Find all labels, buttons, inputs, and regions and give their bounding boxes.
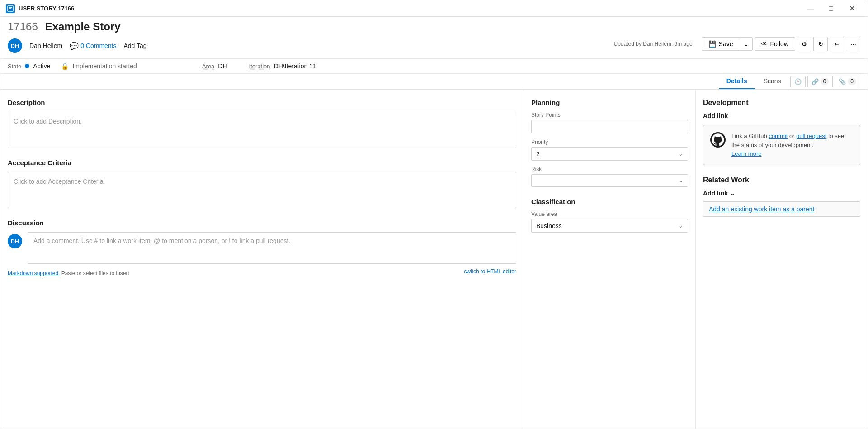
undo-icon: ↩ [835,41,840,48]
more-button[interactable]: ⋯ [846,37,860,51]
area-section: Area DH Iteration DH\Iteration 11 [202,62,316,70]
right-panel: Development Add link Link a GitHub commi… [696,90,868,429]
markdown-row: Markdown supported. Paste or select file… [8,267,516,276]
switch-editor-link[interactable]: switch to HTML editor [464,268,516,275]
value-area-field: Value area Business ⌄ [531,211,688,233]
area-field: Area DH [202,62,227,70]
priority-field: Priority 2 ⌄ [531,139,688,161]
related-work-section: Related Work Add link ⌄ Add an existing … [703,176,860,217]
story-points-label: Story Points [531,112,688,118]
story-points-input[interactable] [531,120,688,133]
attachments-count: 0 [848,78,856,85]
discussion-section: Discussion DH Markdown supported. Paste … [8,219,516,276]
story-points-field: Story Points [531,112,688,133]
history-button[interactable]: 🕑 [790,76,806,87]
github-or: or [788,133,796,139]
avatar: DH [8,38,22,53]
add-link-label: Add link [703,190,728,197]
planning-title: Planning [531,99,688,106]
github-commit-link[interactable]: commit [769,133,788,139]
state-bar: State Active 🔒 Implementation started Ar… [0,59,868,74]
maximize-button[interactable]: □ [821,0,841,17]
discussion-title: Discussion [8,219,516,227]
state-label: State [8,63,21,70]
window-controls: ― □ ✕ [800,0,862,17]
markdown-note-extra: Paste or select files to insert. [61,270,131,276]
work-item-header: 17166 Example Story DH Dan Hellem 💬 0 Co… [0,17,868,59]
description-section: Description Click to add Description. [8,99,516,148]
reason-value: Implementation started [72,62,137,70]
acceptance-criteria-title: Acceptance Criteria [8,159,516,167]
follow-button[interactable]: 👁 Follow [755,37,795,51]
header-meta: DH Dan Hellem 💬 0 Comments Add Tag Updat… [8,37,860,55]
risk-label: Risk [531,166,688,172]
priority-select[interactable]: 2 ⌄ [531,147,688,161]
main-content: Description Click to add Description. Ac… [0,90,868,429]
reason-field: 🔒 Implementation started [61,62,137,70]
comment-input-row: DH [8,232,516,264]
middle-panel: Planning Story Points Priority 2 ⌄ Risk [524,90,696,429]
acceptance-criteria-input[interactable]: Click to add Acceptance Criteria. [8,172,516,208]
work-item-title[interactable]: Example Story [45,20,121,33]
github-card: Link a GitHub commit or pull request to … [703,125,860,165]
comments-button[interactable]: 💬 0 Comments [70,42,116,50]
links-count: 0 [821,78,829,85]
priority-chevron-icon: ⌄ [679,151,683,157]
add-tag-button[interactable]: Add Tag [124,42,147,49]
history-icon: 🕑 [794,78,802,85]
settings-button[interactable]: ⚙ [797,37,811,51]
tab-details[interactable]: Details [719,74,755,89]
github-description: Link a GitHub commit or pull request to … [731,132,854,158]
attachment-icon: 📎 [839,78,846,85]
user-story-icon [6,4,15,13]
state-field: State Active [8,62,50,70]
development-section: Development Add link Link a GitHub commi… [703,99,860,165]
tab-actions: Details Scans 🕑 🔗 0 📎 0 [719,74,860,89]
description-title: Description [8,99,516,106]
eye-icon: 👁 [761,40,768,48]
risk-field: Risk ⌄ [531,166,688,187]
save-button-group: 💾 Save ⌄ [702,37,753,51]
tab-scans[interactable]: Scans [756,74,788,89]
author-name: Dan Hellem [29,42,62,49]
existing-parent-link[interactable]: Add an existing work item as a parent [703,201,860,217]
development-add-link-button[interactable]: Add link [703,112,860,119]
link-icon: 🔗 [811,78,819,85]
save-dropdown-button[interactable]: ⌄ [740,38,752,50]
priority-label: Priority [531,139,688,145]
left-panel: Description Click to add Description. Ac… [0,90,524,429]
learn-more-link[interactable]: Learn more [731,150,761,157]
minimize-button[interactable]: ― [800,0,821,17]
classification-title: Classification [531,198,688,205]
risk-chevron-icon: ⌄ [679,177,683,184]
header-top: 17166 Example Story [8,20,860,33]
tab-bar: Details Scans 🕑 🔗 0 📎 0 [0,74,868,90]
title-bar-title: USER STORY 17166 [19,5,74,12]
iteration-field: Iteration DH\Iteration 11 [249,62,316,70]
add-link-dropdown-button[interactable]: Add link ⌄ [703,190,735,197]
risk-select[interactable]: ⌄ [531,174,688,187]
undo-button[interactable]: ↩ [830,37,844,51]
value-area-value: Business [536,222,562,229]
comment-input[interactable] [28,232,516,264]
attachments-button[interactable]: 📎 0 [835,76,860,87]
close-button[interactable]: ✕ [841,0,862,17]
state-dot [25,64,29,68]
value-area-chevron-icon: ⌄ [679,223,683,229]
iteration-value: DH\Iteration 11 [274,62,316,70]
value-area-select[interactable]: Business ⌄ [531,219,688,233]
refresh-icon: ↻ [818,41,823,48]
state-value[interactable]: Active [33,62,50,70]
save-button[interactable]: 💾 Save [702,38,740,50]
comment-icon: 💬 [70,42,79,50]
links-button[interactable]: 🔗 0 [807,76,833,87]
refresh-button[interactable]: ↻ [813,37,828,51]
priority-value: 2 [536,150,540,157]
development-title: Development [703,99,860,107]
acceptance-criteria-section: Acceptance Criteria Click to add Accepta… [8,159,516,208]
markdown-link[interactable]: Markdown supported. [8,270,60,276]
updated-text: Updated by Dan Hellem: 6m ago [614,41,693,47]
classification-section: Classification Value area Business ⌄ [531,198,688,233]
github-pr-link[interactable]: pull request [796,133,826,139]
description-input[interactable]: Click to add Description. [8,112,516,148]
